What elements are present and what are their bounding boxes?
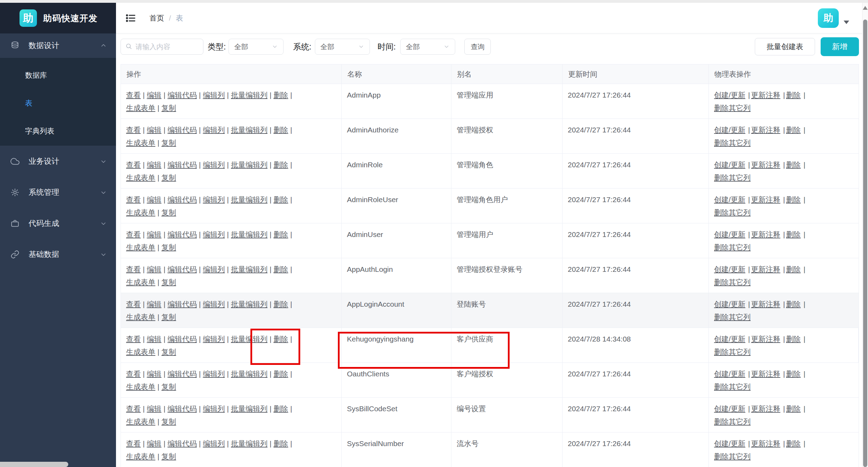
- delete-physical-link[interactable]: 删除: [786, 230, 801, 238]
- update-comment-link[interactable]: 更新注释: [751, 91, 780, 99]
- delete-physical-link[interactable]: 删除: [786, 265, 801, 273]
- edit-code-link[interactable]: 编辑代码: [168, 335, 197, 343]
- delete-link[interactable]: 删除: [273, 230, 288, 238]
- time-filter-select[interactable]: 全部: [400, 39, 455, 55]
- delete-other-columns-link[interactable]: 删除其它列: [714, 139, 751, 147]
- delete-link[interactable]: 删除: [273, 405, 288, 413]
- create-update-link[interactable]: 创建/更新: [714, 335, 745, 343]
- update-comment-link[interactable]: 更新注释: [751, 265, 780, 273]
- avatar[interactable]: 助: [818, 8, 839, 28]
- batch-edit-columns-link[interactable]: 批量编辑列: [231, 405, 268, 413]
- edit-columns-link[interactable]: 编辑列: [203, 230, 225, 238]
- batch-edit-columns-link[interactable]: 批量编辑列: [231, 196, 268, 204]
- create-update-link[interactable]: 创建/更新: [714, 126, 745, 134]
- query-button[interactable]: 查询: [464, 39, 491, 55]
- sidebar-item-business-design[interactable]: 业务设计: [0, 146, 116, 177]
- update-comment-link[interactable]: 更新注释: [751, 196, 780, 204]
- sidebar-item-data-design[interactable]: 数据设计: [0, 33, 116, 58]
- generate-form-link[interactable]: 生成表单: [126, 418, 155, 426]
- batch-edit-columns-link[interactable]: 批量编辑列: [231, 230, 268, 238]
- update-comment-link[interactable]: 更新注释: [751, 439, 780, 447]
- edit-columns-link[interactable]: 编辑列: [203, 196, 225, 204]
- update-comment-link[interactable]: 更新注释: [751, 161, 780, 169]
- generate-form-link[interactable]: 生成表单: [126, 104, 155, 112]
- delete-physical-link[interactable]: 删除: [786, 370, 801, 378]
- view-link[interactable]: 查看: [126, 265, 141, 273]
- system-filter-select[interactable]: 全部: [315, 39, 370, 55]
- view-link[interactable]: 查看: [126, 161, 141, 169]
- delete-physical-link[interactable]: 删除: [786, 196, 801, 204]
- delete-link[interactable]: 删除: [273, 300, 288, 308]
- generate-form-link[interactable]: 生成表单: [126, 313, 155, 321]
- edit-link[interactable]: 编辑: [147, 335, 161, 343]
- generate-form-link[interactable]: 生成表单: [126, 243, 155, 251]
- edit-code-link[interactable]: 编辑代码: [168, 439, 197, 447]
- copy-link[interactable]: 复制: [161, 452, 176, 460]
- copy-link[interactable]: 复制: [161, 383, 176, 391]
- delete-other-columns-link[interactable]: 删除其它列: [714, 174, 751, 182]
- delete-other-columns-link[interactable]: 删除其它列: [714, 418, 751, 426]
- delete-link[interactable]: 删除: [273, 126, 288, 134]
- edit-link[interactable]: 编辑: [147, 126, 161, 134]
- sidebar-item-database[interactable]: 数据库: [0, 61, 116, 89]
- view-link[interactable]: 查看: [126, 230, 141, 238]
- create-update-link[interactable]: 创建/更新: [714, 300, 745, 308]
- delete-link[interactable]: 删除: [273, 265, 288, 273]
- batch-edit-columns-link[interactable]: 批量编辑列: [231, 126, 268, 134]
- create-update-link[interactable]: 创建/更新: [714, 91, 745, 99]
- batch-edit-columns-link[interactable]: 批量编辑列: [231, 439, 268, 447]
- delete-other-columns-link[interactable]: 删除其它列: [714, 278, 751, 286]
- edit-code-link[interactable]: 编辑代码: [168, 161, 197, 169]
- create-update-link[interactable]: 创建/更新: [714, 405, 745, 413]
- update-comment-link[interactable]: 更新注释: [751, 405, 780, 413]
- batch-edit-columns-link[interactable]: 批量编辑列: [231, 161, 268, 169]
- update-comment-link[interactable]: 更新注释: [751, 126, 780, 134]
- edit-code-link[interactable]: 编辑代码: [168, 370, 197, 378]
- copy-link[interactable]: 复制: [161, 104, 176, 112]
- edit-code-link[interactable]: 编辑代码: [168, 405, 197, 413]
- type-filter-select[interactable]: 全部: [228, 39, 284, 55]
- generate-form-link[interactable]: 生成表单: [126, 139, 155, 147]
- sidebar-item-dict-list[interactable]: 字典列表: [0, 117, 116, 145]
- batch-create-table-button[interactable]: 批量创建表: [755, 38, 815, 55]
- view-link[interactable]: 查看: [126, 405, 141, 413]
- scroll-up-arrow-icon[interactable]: [863, 6, 868, 10]
- copy-link[interactable]: 复制: [161, 243, 176, 251]
- generate-form-link[interactable]: 生成表单: [126, 348, 155, 356]
- delete-other-columns-link[interactable]: 删除其它列: [714, 104, 751, 112]
- update-comment-link[interactable]: 更新注释: [751, 300, 780, 308]
- edit-code-link[interactable]: 编辑代码: [168, 265, 197, 273]
- edit-columns-link[interactable]: 编辑列: [203, 161, 225, 169]
- copy-link[interactable]: 复制: [161, 348, 176, 356]
- sidebar-item-system-admin[interactable]: 系统管理: [0, 177, 116, 208]
- delete-link[interactable]: 删除: [273, 335, 288, 343]
- batch-edit-columns-link[interactable]: 批量编辑列: [231, 265, 268, 273]
- add-button[interactable]: 新增: [821, 37, 859, 56]
- search-field[interactable]: [135, 43, 198, 51]
- generate-form-link[interactable]: 生成表单: [126, 278, 155, 286]
- edit-columns-link[interactable]: 编辑列: [203, 439, 225, 447]
- delete-physical-link[interactable]: 删除: [786, 126, 801, 134]
- edit-code-link[interactable]: 编辑代码: [168, 230, 197, 238]
- create-update-link[interactable]: 创建/更新: [714, 439, 745, 447]
- delete-link[interactable]: 删除: [273, 439, 288, 447]
- delete-other-columns-link[interactable]: 删除其它列: [714, 208, 751, 216]
- view-link[interactable]: 查看: [126, 91, 141, 99]
- copy-link[interactable]: 复制: [161, 418, 176, 426]
- edit-link[interactable]: 编辑: [147, 161, 161, 169]
- edit-columns-link[interactable]: 编辑列: [203, 370, 225, 378]
- breadcrumb-home[interactable]: 首页: [149, 13, 164, 23]
- edit-columns-link[interactable]: 编辑列: [203, 265, 225, 273]
- edit-link[interactable]: 编辑: [147, 230, 161, 238]
- batch-edit-columns-link[interactable]: 批量编辑列: [231, 335, 268, 343]
- edit-link[interactable]: 编辑: [147, 265, 161, 273]
- sidebar-collapse-icon[interactable]: [125, 13, 136, 24]
- batch-edit-columns-link[interactable]: 批量编辑列: [231, 370, 268, 378]
- edit-columns-link[interactable]: 编辑列: [203, 91, 225, 99]
- edit-link[interactable]: 编辑: [147, 196, 161, 204]
- copy-link[interactable]: 复制: [161, 278, 176, 286]
- delete-physical-link[interactable]: 删除: [786, 335, 801, 343]
- edit-columns-link[interactable]: 编辑列: [203, 300, 225, 308]
- delete-physical-link[interactable]: 删除: [786, 300, 801, 308]
- generate-form-link[interactable]: 生成表单: [126, 208, 155, 216]
